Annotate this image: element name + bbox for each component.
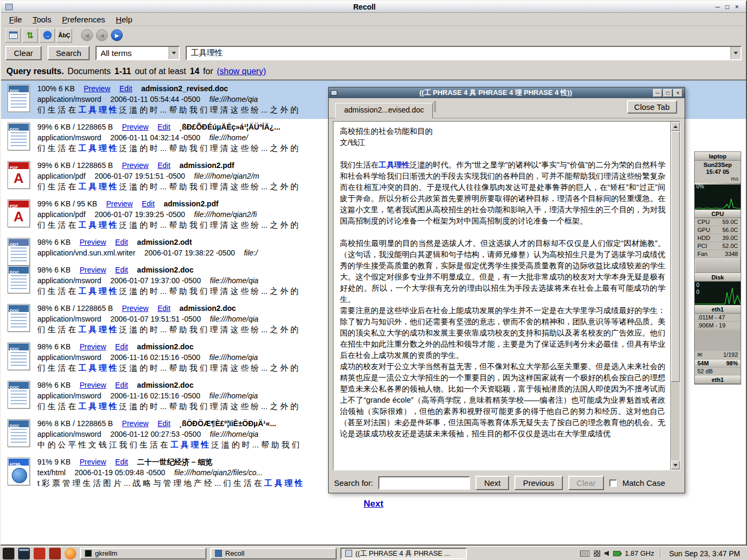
minimize-icon[interactable]: ─ [713, 2, 722, 12]
result-preview-link[interactable]: Preview [106, 199, 133, 208]
close-icon[interactable]: × [673, 89, 682, 97]
menu-tools[interactable]: Tools [28, 14, 56, 25]
gkrellm-hostname[interactable]: laptop [695, 152, 741, 161]
task-recoll[interactable]: Recoll [210, 548, 337, 559]
taskbar-clock[interactable]: Sun Sep 23, 3:47 PM [665, 549, 744, 558]
preview-titlebar[interactable]: ((工 PHRASE 4 具 PHRASE 4 理 PHRASE 4 性)) ─… [329, 87, 685, 98]
search-input[interactable]: 工具理性 [186, 46, 742, 60]
menu-help[interactable]: Help [111, 14, 137, 25]
launcher-icon-3[interactable] [34, 548, 45, 559]
preview-text-area[interactable]: 高校招生的社会功能和目的文/钱江我们生活在工具理性泛滥的时代。作为“世之显学”的… [333, 121, 680, 470]
result-edit-link[interactable]: Edit [157, 161, 170, 170]
term-explorer-icon[interactable]: ÂbÇ [57, 28, 72, 43]
task-preview[interactable]: ((工 PHRASE 4 具 PHRASE ... [340, 548, 467, 559]
result-preview-link[interactable]: Preview [80, 342, 106, 351]
result-edit-link[interactable]: Edit [115, 381, 128, 389]
clear-button[interactable]: Clear [5, 46, 42, 60]
result-preview-link[interactable]: Preview [80, 458, 106, 466]
find-previous-button[interactable]: Previous [514, 476, 562, 490]
gkrellm-spacer [695, 330, 741, 351]
battery-icon[interactable] [613, 551, 621, 556]
chevron-down-icon[interactable] [730, 47, 741, 59]
maximize-icon[interactable]: □ [722, 2, 732, 12]
chevron-down-icon[interactable] [169, 47, 179, 59]
next-results-link[interactable]: Next [364, 499, 384, 509]
result-url: file:///home/qia [210, 430, 258, 438]
scroll-down-icon[interactable] [671, 461, 680, 469]
gkrellm-disk-label[interactable]: Disk [695, 273, 741, 282]
terminal-icon[interactable] [18, 548, 30, 559]
preview-tab-bar: admission2...evised.doc Close Tab [329, 98, 685, 118]
show-query-link[interactable]: (show query) [217, 67, 266, 76]
search-button[interactable]: Search [47, 46, 90, 60]
gkrellm-net-label[interactable]: eth1 [695, 305, 741, 314]
find-input[interactable] [378, 476, 470, 490]
result-edit-link[interactable]: Edit [157, 419, 170, 428]
result-preview-link[interactable]: Preview [84, 84, 110, 93]
gkrellm-cpu-label[interactable]: CPU [695, 210, 741, 218]
next-page-row: Next [1, 499, 746, 509]
memory-row[interactable]: 54M98% [695, 359, 741, 367]
jump-icon[interactable]: → [39, 28, 55, 43]
result-preview-link[interactable]: Preview [80, 266, 106, 274]
nav-group: ◀ ◀ ▶ [81, 29, 123, 41]
mail-row[interactable]: ✉1/192 [695, 351, 741, 359]
preview-tab[interactable]: admission2...evised.doc [335, 103, 433, 118]
match-case-checkbox[interactable] [609, 479, 617, 487]
prev-page-icon[interactable]: ◀ [96, 29, 108, 41]
window-titlebar[interactable]: Recoll ─ □ × [1, 1, 746, 13]
next-page-icon[interactable]: ▶ [111, 29, 123, 41]
close-tab-button[interactable]: Close Tab [627, 100, 677, 114]
result-edit-link[interactable]: Edit [115, 266, 128, 274]
volume-icon[interactable] [605, 551, 609, 556]
doc-file-icon [7, 266, 30, 293]
browser-icon[interactable] [65, 548, 76, 559]
gkrellm-clock[interactable]: Sun23Sep 15:47 05 mo [695, 161, 741, 183]
result-preview-link[interactable]: Preview [122, 161, 149, 170]
task-gkrellm[interactable]: gkrellm [80, 548, 206, 559]
highlighted-term: 工 具 理 性 [78, 143, 117, 153]
minimize-icon[interactable]: ─ [653, 89, 662, 97]
result-relevance-size: 98% 6 KB [37, 381, 70, 389]
menu-preferences[interactable]: Preferences [57, 14, 110, 25]
preview-window-icon[interactable] [331, 90, 337, 95]
result-edit-link[interactable]: Edit [157, 304, 170, 313]
result-edit-link[interactable]: Edit [142, 199, 155, 208]
result-mimetype: application/msword [37, 353, 101, 362]
menu-file[interactable]: File [4, 14, 27, 25]
scrollbar-thumb[interactable] [671, 131, 680, 382]
pager-icon[interactable] [594, 550, 600, 557]
clear-search-icon[interactable] [5, 28, 21, 43]
preview-scrollbar[interactable] [670, 122, 680, 470]
results-range: 1-11 [115, 67, 131, 76]
result-edit-link[interactable]: Edit [157, 123, 170, 131]
result-preview-link[interactable]: Preview [122, 419, 149, 428]
gkrellm-cpu-chart[interactable]: 0% [695, 183, 741, 210]
keyboard-icon[interactable] [580, 550, 590, 557]
launcher-icon-4[interactable] [49, 548, 61, 559]
result-edit-link[interactable]: Edit [115, 342, 128, 351]
gkrellm-disk-chart[interactable]: 0 0 [695, 282, 741, 305]
result-preview-link[interactable]: Preview [80, 238, 106, 246]
first-page-icon[interactable]: ◀ [81, 29, 93, 41]
scroll-up-icon[interactable] [671, 122, 680, 131]
result-url: file:/ [244, 249, 258, 257]
result-edit-link[interactable]: Edit [115, 458, 128, 466]
gkrellm-bottom-label[interactable]: eth1 [695, 375, 741, 384]
result-preview-link[interactable]: Preview [122, 123, 149, 131]
sort-icon[interactable]: ⇅ [22, 28, 38, 43]
find-next-button[interactable]: Next [475, 476, 509, 490]
net-row: .011M - 47 [695, 314, 741, 322]
result-preview-link[interactable]: Preview [80, 381, 106, 389]
find-clear-button[interactable]: Clear [568, 476, 605, 490]
maximize-icon[interactable]: □ [663, 89, 672, 97]
result-preview-link[interactable]: Preview [122, 304, 149, 313]
window-menu-icon[interactable] [5, 4, 13, 10]
result-title: admission2.doc [137, 381, 194, 389]
search-mode-select[interactable]: All terms [96, 46, 180, 60]
results-header: Query results. Documents 1-11 out of at … [1, 63, 746, 81]
result-edit-link[interactable]: Edit [120, 84, 132, 93]
close-icon[interactable]: × [732, 2, 742, 12]
result-edit-link[interactable]: Edit [115, 238, 128, 246]
launcher-icon-1[interactable] [3, 548, 14, 559]
